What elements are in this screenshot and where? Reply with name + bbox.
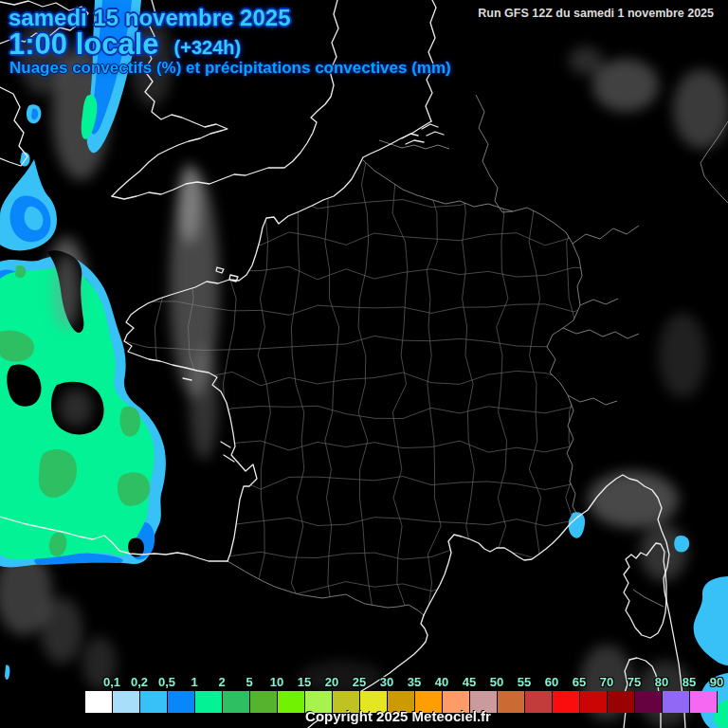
legend-swatch: 80	[635, 691, 663, 713]
legend-label: 40	[435, 675, 448, 689]
parameter-subtitle: Nuages convectifs (%) et précipitations …	[9, 59, 451, 78]
legend-swatch: 5	[223, 691, 250, 713]
legend-swatch: 85	[663, 691, 690, 713]
legend-label: 55	[518, 675, 531, 689]
legend-label: 45	[463, 675, 476, 689]
legend-swatch: 10	[250, 691, 278, 713]
legend-swatch: 60	[525, 691, 553, 713]
legend-label: 0,2	[131, 675, 148, 689]
legend-label: 65	[573, 675, 586, 689]
legend-label: 30	[380, 675, 393, 689]
legend-label: 90	[710, 675, 723, 689]
legend-label: 70	[600, 675, 613, 689]
legend-label: 85	[682, 675, 696, 689]
legend-label: 25	[353, 675, 366, 689]
legend-swatch: 0,1	[85, 691, 113, 713]
local-time-label: 1:00 locale	[9, 27, 159, 62]
legend-label: 50	[490, 675, 503, 689]
legend-swatch: 70	[580, 691, 608, 713]
legend-swatch: 0,5	[140, 691, 168, 713]
weather-map	[0, 0, 728, 728]
run-info-label: Run GFS 12Z du samedi 1 novembre 2025	[478, 7, 714, 20]
legend-label: 35	[408, 675, 421, 689]
legend-label: 20	[325, 675, 338, 689]
legend-swatch: 2	[195, 691, 223, 713]
copyright-label: Copyright 2025 Meteociel.fr	[280, 708, 517, 724]
weather-map-screen: samedi 15 novembre 2025 1:00 locale (+32…	[0, 0, 728, 728]
legend-label: 80	[655, 675, 668, 689]
legend-swatch: 0,2	[113, 691, 140, 713]
run-info-box: Run GFS 12Z du samedi 1 novembre 2025	[469, 4, 722, 24]
legend-label: 60	[545, 675, 558, 689]
legend-label: 75	[628, 675, 641, 689]
time-row: 1:00 locale (+324h)	[9, 27, 241, 62]
legend-label: 2	[218, 675, 225, 689]
legend-label: 0,1	[103, 675, 120, 689]
legend-swatch: 75	[608, 691, 635, 713]
legend-swatch: 1	[168, 691, 195, 713]
legend-label: 5	[246, 675, 252, 689]
legend-swatch: 65	[553, 691, 580, 713]
legend-label: 0,5	[158, 675, 175, 689]
legend-label: 1	[191, 675, 197, 689]
legend-swatch: 90	[690, 691, 718, 713]
legend-label: 10	[270, 675, 283, 689]
forecast-offset-label: (+324h)	[174, 37, 242, 59]
legend-label: 15	[298, 675, 311, 689]
